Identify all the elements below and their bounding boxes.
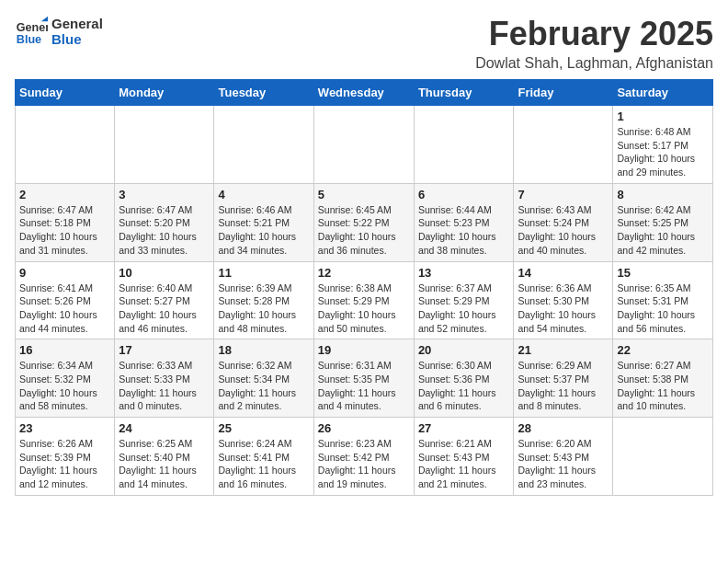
- day-info: Sunrise: 6:43 AM Sunset: 5:24 PM Dayligh…: [518, 203, 609, 258]
- calendar-cell: 17Sunrise: 6:33 AM Sunset: 5:33 PM Dayli…: [115, 339, 214, 418]
- day-number: 9: [19, 266, 110, 280]
- calendar-week-row: 1Sunrise: 6:48 AM Sunset: 5:17 PM Daylig…: [16, 106, 713, 184]
- title-block: February 2025 Dowlat Shah, Laghman, Afgh…: [475, 15, 713, 72]
- day-info: Sunrise: 6:46 AM Sunset: 5:21 PM Dayligh…: [218, 203, 309, 258]
- calendar-cell: [414, 106, 514, 184]
- calendar-cell: 15Sunrise: 6:35 AM Sunset: 5:31 PM Dayli…: [613, 261, 713, 339]
- day-number: 14: [518, 266, 609, 280]
- calendar-cell: 1Sunrise: 6:48 AM Sunset: 5:17 PM Daylig…: [613, 106, 713, 184]
- calendar-cell: [115, 106, 214, 184]
- day-number: 17: [119, 343, 210, 357]
- day-info: Sunrise: 6:37 AM Sunset: 5:29 PM Dayligh…: [418, 282, 510, 336]
- day-info: Sunrise: 6:20 AM Sunset: 5:43 PM Dayligh…: [518, 437, 609, 491]
- day-number: 27: [418, 421, 510, 435]
- day-number: 15: [617, 266, 709, 280]
- calendar-cell: 9Sunrise: 6:41 AM Sunset: 5:26 PM Daylig…: [16, 261, 115, 339]
- calendar-cell: 6Sunrise: 6:44 AM Sunset: 5:23 PM Daylig…: [414, 183, 514, 261]
- calendar-cell: 5Sunrise: 6:45 AM Sunset: 5:22 PM Daylig…: [313, 183, 414, 261]
- day-number: 10: [119, 266, 210, 280]
- calendar-cell: 18Sunrise: 6:32 AM Sunset: 5:34 PM Dayli…: [214, 339, 313, 418]
- day-number: 5: [318, 188, 410, 201]
- day-info: Sunrise: 6:31 AM Sunset: 5:35 PM Dayligh…: [318, 359, 410, 413]
- calendar-table: SundayMondayTuesdayWednesdayThursdayFrid…: [15, 79, 713, 496]
- day-info: Sunrise: 6:48 AM Sunset: 5:17 PM Dayligh…: [617, 125, 709, 179]
- day-info: Sunrise: 6:47 AM Sunset: 5:18 PM Dayligh…: [19, 203, 110, 258]
- day-number: 11: [218, 266, 309, 280]
- calendar-cell: 27Sunrise: 6:21 AM Sunset: 5:43 PM Dayli…: [414, 418, 514, 496]
- day-info: Sunrise: 6:25 AM Sunset: 5:40 PM Dayligh…: [119, 437, 210, 491]
- calendar-cell: 13Sunrise: 6:37 AM Sunset: 5:29 PM Dayli…: [414, 261, 514, 339]
- day-number: 28: [518, 421, 609, 435]
- day-info: Sunrise: 6:38 AM Sunset: 5:29 PM Dayligh…: [318, 282, 410, 336]
- day-info: Sunrise: 6:29 AM Sunset: 5:37 PM Dayligh…: [518, 359, 609, 413]
- calendar-week-row: 16Sunrise: 6:34 AM Sunset: 5:32 PM Dayli…: [16, 339, 713, 418]
- day-number: 4: [218, 188, 309, 201]
- day-info: Sunrise: 6:32 AM Sunset: 5:34 PM Dayligh…: [218, 359, 309, 413]
- location-title: Dowlat Shah, Laghman, Afghanistan: [475, 55, 713, 72]
- day-info: Sunrise: 6:35 AM Sunset: 5:31 PM Dayligh…: [617, 282, 709, 336]
- calendar-cell: 28Sunrise: 6:20 AM Sunset: 5:43 PM Dayli…: [514, 418, 613, 496]
- day-number: 6: [418, 188, 510, 201]
- weekday-header: Tuesday: [214, 80, 313, 106]
- day-number: 12: [318, 266, 410, 280]
- day-info: Sunrise: 6:24 AM Sunset: 5:41 PM Dayligh…: [218, 437, 309, 491]
- day-number: 26: [318, 421, 410, 435]
- day-number: 25: [218, 421, 309, 435]
- calendar-week-row: 23Sunrise: 6:26 AM Sunset: 5:39 PM Dayli…: [16, 418, 713, 496]
- day-info: Sunrise: 6:26 AM Sunset: 5:39 PM Dayligh…: [19, 437, 110, 491]
- day-info: Sunrise: 6:47 AM Sunset: 5:20 PM Dayligh…: [119, 203, 210, 258]
- calendar-cell: [514, 106, 613, 184]
- calendar-cell: [16, 106, 115, 184]
- day-number: 16: [19, 343, 110, 357]
- day-info: Sunrise: 6:36 AM Sunset: 5:30 PM Dayligh…: [518, 282, 609, 336]
- calendar-week-row: 9Sunrise: 6:41 AM Sunset: 5:26 PM Daylig…: [16, 261, 713, 339]
- day-number: 2: [19, 188, 110, 201]
- svg-marker-2: [41, 17, 48, 21]
- calendar-week-row: 2Sunrise: 6:47 AM Sunset: 5:18 PM Daylig…: [16, 183, 713, 261]
- day-number: 3: [119, 188, 210, 201]
- calendar-cell: 26Sunrise: 6:23 AM Sunset: 5:42 PM Dayli…: [313, 418, 414, 496]
- weekday-header: Saturday: [613, 80, 713, 106]
- day-number: 18: [218, 343, 309, 357]
- calendar-cell: [313, 106, 414, 184]
- day-number: 19: [318, 343, 410, 357]
- calendar-cell: 19Sunrise: 6:31 AM Sunset: 5:35 PM Dayli…: [313, 339, 414, 418]
- logo-blue: Blue: [51, 31, 103, 47]
- calendar-cell: 21Sunrise: 6:29 AM Sunset: 5:37 PM Dayli…: [514, 339, 613, 418]
- page-header: General Blue General Blue February 2025 …: [15, 15, 713, 72]
- day-info: Sunrise: 6:30 AM Sunset: 5:36 PM Dayligh…: [418, 359, 510, 413]
- calendar-cell: 20Sunrise: 6:30 AM Sunset: 5:36 PM Dayli…: [414, 339, 514, 418]
- day-number: 21: [518, 343, 609, 357]
- day-number: 23: [19, 421, 110, 435]
- calendar-cell: 8Sunrise: 6:42 AM Sunset: 5:25 PM Daylig…: [613, 183, 713, 261]
- calendar-cell: [214, 106, 313, 184]
- calendar-cell: 25Sunrise: 6:24 AM Sunset: 5:41 PM Dayli…: [214, 418, 313, 496]
- month-title: February 2025: [475, 15, 713, 53]
- day-info: Sunrise: 6:27 AM Sunset: 5:38 PM Dayligh…: [617, 359, 709, 413]
- calendar-header-row: SundayMondayTuesdayWednesdayThursdayFrid…: [16, 80, 713, 106]
- calendar-cell: 10Sunrise: 6:40 AM Sunset: 5:27 PM Dayli…: [115, 261, 214, 339]
- calendar-cell: 2Sunrise: 6:47 AM Sunset: 5:18 PM Daylig…: [16, 183, 115, 261]
- day-number: 7: [518, 188, 609, 201]
- calendar-cell: 3Sunrise: 6:47 AM Sunset: 5:20 PM Daylig…: [115, 183, 214, 261]
- day-info: Sunrise: 6:45 AM Sunset: 5:22 PM Dayligh…: [318, 203, 410, 258]
- calendar-cell: 12Sunrise: 6:38 AM Sunset: 5:29 PM Dayli…: [313, 261, 414, 339]
- day-info: Sunrise: 6:40 AM Sunset: 5:27 PM Dayligh…: [119, 282, 210, 336]
- calendar-cell: 23Sunrise: 6:26 AM Sunset: 5:39 PM Dayli…: [16, 418, 115, 496]
- day-number: 1: [617, 109, 709, 123]
- calendar-cell: [613, 418, 713, 496]
- logo-general: General: [51, 16, 103, 31]
- weekday-header: Thursday: [414, 80, 514, 106]
- day-number: 24: [119, 421, 210, 435]
- day-number: 22: [617, 343, 709, 357]
- weekday-header: Friday: [514, 80, 613, 106]
- weekday-header: Sunday: [16, 80, 115, 106]
- calendar-cell: 11Sunrise: 6:39 AM Sunset: 5:28 PM Dayli…: [214, 261, 313, 339]
- calendar-cell: 4Sunrise: 6:46 AM Sunset: 5:21 PM Daylig…: [214, 183, 313, 261]
- calendar-cell: 22Sunrise: 6:27 AM Sunset: 5:38 PM Dayli…: [613, 339, 713, 418]
- day-number: 13: [418, 266, 510, 280]
- calendar-cell: 16Sunrise: 6:34 AM Sunset: 5:32 PM Dayli…: [16, 339, 115, 418]
- day-number: 20: [418, 343, 510, 357]
- day-info: Sunrise: 6:39 AM Sunset: 5:28 PM Dayligh…: [218, 282, 309, 336]
- weekday-header: Wednesday: [313, 80, 414, 106]
